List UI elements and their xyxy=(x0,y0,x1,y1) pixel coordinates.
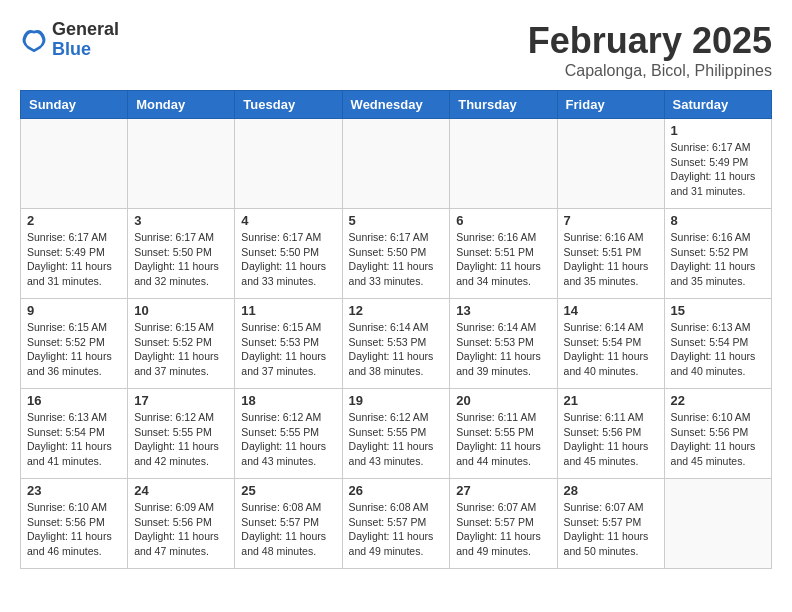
day-info: Sunrise: 6:12 AM Sunset: 5:55 PM Dayligh… xyxy=(134,410,228,469)
calendar-cell xyxy=(664,479,771,569)
day-number: 17 xyxy=(134,393,228,408)
subtitle: Capalonga, Bicol, Philippines xyxy=(528,62,772,80)
calendar-header-wednesday: Wednesday xyxy=(342,91,450,119)
day-number: 9 xyxy=(27,303,121,318)
day-number: 23 xyxy=(27,483,121,498)
day-info: Sunrise: 6:17 AM Sunset: 5:49 PM Dayligh… xyxy=(27,230,121,289)
calendar-cell: 18Sunrise: 6:12 AM Sunset: 5:55 PM Dayli… xyxy=(235,389,342,479)
day-number: 25 xyxy=(241,483,335,498)
calendar-cell: 20Sunrise: 6:11 AM Sunset: 5:55 PM Dayli… xyxy=(450,389,557,479)
day-info: Sunrise: 6:11 AM Sunset: 5:55 PM Dayligh… xyxy=(456,410,550,469)
day-number: 24 xyxy=(134,483,228,498)
calendar-cell: 22Sunrise: 6:10 AM Sunset: 5:56 PM Dayli… xyxy=(664,389,771,479)
day-number: 3 xyxy=(134,213,228,228)
day-number: 16 xyxy=(27,393,121,408)
calendar-cell: 11Sunrise: 6:15 AM Sunset: 5:53 PM Dayli… xyxy=(235,299,342,389)
calendar-cell: 8Sunrise: 6:16 AM Sunset: 5:52 PM Daylig… xyxy=(664,209,771,299)
day-info: Sunrise: 6:17 AM Sunset: 5:50 PM Dayligh… xyxy=(241,230,335,289)
day-info: Sunrise: 6:16 AM Sunset: 5:52 PM Dayligh… xyxy=(671,230,765,289)
logo-blue: Blue xyxy=(52,40,119,60)
day-info: Sunrise: 6:13 AM Sunset: 5:54 PM Dayligh… xyxy=(27,410,121,469)
day-info: Sunrise: 6:14 AM Sunset: 5:53 PM Dayligh… xyxy=(349,320,444,379)
day-number: 22 xyxy=(671,393,765,408)
day-number: 28 xyxy=(564,483,658,498)
logo-text: General Blue xyxy=(52,20,119,60)
calendar-week-3: 9Sunrise: 6:15 AM Sunset: 5:52 PM Daylig… xyxy=(21,299,772,389)
calendar-cell: 28Sunrise: 6:07 AM Sunset: 5:57 PM Dayli… xyxy=(557,479,664,569)
day-number: 8 xyxy=(671,213,765,228)
calendar-week-1: 1Sunrise: 6:17 AM Sunset: 5:49 PM Daylig… xyxy=(21,119,772,209)
day-info: Sunrise: 6:16 AM Sunset: 5:51 PM Dayligh… xyxy=(564,230,658,289)
day-number: 14 xyxy=(564,303,658,318)
day-info: Sunrise: 6:10 AM Sunset: 5:56 PM Dayligh… xyxy=(27,500,121,559)
day-number: 11 xyxy=(241,303,335,318)
calendar-cell: 9Sunrise: 6:15 AM Sunset: 5:52 PM Daylig… xyxy=(21,299,128,389)
calendar-cell: 21Sunrise: 6:11 AM Sunset: 5:56 PM Dayli… xyxy=(557,389,664,479)
day-info: Sunrise: 6:08 AM Sunset: 5:57 PM Dayligh… xyxy=(241,500,335,559)
calendar-cell xyxy=(557,119,664,209)
calendar-header-friday: Friday xyxy=(557,91,664,119)
calendar-cell: 17Sunrise: 6:12 AM Sunset: 5:55 PM Dayli… xyxy=(128,389,235,479)
day-number: 2 xyxy=(27,213,121,228)
day-info: Sunrise: 6:14 AM Sunset: 5:53 PM Dayligh… xyxy=(456,320,550,379)
calendar-cell: 1Sunrise: 6:17 AM Sunset: 5:49 PM Daylig… xyxy=(664,119,771,209)
calendar-cell: 12Sunrise: 6:14 AM Sunset: 5:53 PM Dayli… xyxy=(342,299,450,389)
day-info: Sunrise: 6:12 AM Sunset: 5:55 PM Dayligh… xyxy=(349,410,444,469)
calendar-cell: 6Sunrise: 6:16 AM Sunset: 5:51 PM Daylig… xyxy=(450,209,557,299)
calendar-cell xyxy=(342,119,450,209)
calendar-cell: 19Sunrise: 6:12 AM Sunset: 5:55 PM Dayli… xyxy=(342,389,450,479)
day-number: 10 xyxy=(134,303,228,318)
calendar-week-2: 2Sunrise: 6:17 AM Sunset: 5:49 PM Daylig… xyxy=(21,209,772,299)
day-info: Sunrise: 6:11 AM Sunset: 5:56 PM Dayligh… xyxy=(564,410,658,469)
title-section: February 2025 Capalonga, Bicol, Philippi… xyxy=(528,20,772,80)
calendar-cell: 25Sunrise: 6:08 AM Sunset: 5:57 PM Dayli… xyxy=(235,479,342,569)
header: General Blue February 2025 Capalonga, Bi… xyxy=(20,20,772,80)
calendar-header-tuesday: Tuesday xyxy=(235,91,342,119)
day-info: Sunrise: 6:09 AM Sunset: 5:56 PM Dayligh… xyxy=(134,500,228,559)
day-number: 1 xyxy=(671,123,765,138)
calendar: SundayMondayTuesdayWednesdayThursdayFrid… xyxy=(20,90,772,569)
day-info: Sunrise: 6:12 AM Sunset: 5:55 PM Dayligh… xyxy=(241,410,335,469)
day-number: 7 xyxy=(564,213,658,228)
day-info: Sunrise: 6:15 AM Sunset: 5:52 PM Dayligh… xyxy=(27,320,121,379)
day-number: 18 xyxy=(241,393,335,408)
day-number: 27 xyxy=(456,483,550,498)
day-info: Sunrise: 6:16 AM Sunset: 5:51 PM Dayligh… xyxy=(456,230,550,289)
calendar-cell: 26Sunrise: 6:08 AM Sunset: 5:57 PM Dayli… xyxy=(342,479,450,569)
calendar-cell: 23Sunrise: 6:10 AM Sunset: 5:56 PM Dayli… xyxy=(21,479,128,569)
day-number: 20 xyxy=(456,393,550,408)
calendar-cell: 3Sunrise: 6:17 AM Sunset: 5:50 PM Daylig… xyxy=(128,209,235,299)
calendar-cell: 5Sunrise: 6:17 AM Sunset: 5:50 PM Daylig… xyxy=(342,209,450,299)
day-info: Sunrise: 6:17 AM Sunset: 5:49 PM Dayligh… xyxy=(671,140,765,199)
calendar-header-monday: Monday xyxy=(128,91,235,119)
calendar-cell: 13Sunrise: 6:14 AM Sunset: 5:53 PM Dayli… xyxy=(450,299,557,389)
day-info: Sunrise: 6:15 AM Sunset: 5:52 PM Dayligh… xyxy=(134,320,228,379)
day-info: Sunrise: 6:07 AM Sunset: 5:57 PM Dayligh… xyxy=(564,500,658,559)
calendar-week-5: 23Sunrise: 6:10 AM Sunset: 5:56 PM Dayli… xyxy=(21,479,772,569)
day-number: 4 xyxy=(241,213,335,228)
calendar-cell: 24Sunrise: 6:09 AM Sunset: 5:56 PM Dayli… xyxy=(128,479,235,569)
calendar-cell: 14Sunrise: 6:14 AM Sunset: 5:54 PM Dayli… xyxy=(557,299,664,389)
calendar-week-4: 16Sunrise: 6:13 AM Sunset: 5:54 PM Dayli… xyxy=(21,389,772,479)
calendar-cell xyxy=(21,119,128,209)
day-number: 26 xyxy=(349,483,444,498)
day-number: 13 xyxy=(456,303,550,318)
day-number: 6 xyxy=(456,213,550,228)
calendar-header-thursday: Thursday xyxy=(450,91,557,119)
day-info: Sunrise: 6:17 AM Sunset: 5:50 PM Dayligh… xyxy=(349,230,444,289)
day-info: Sunrise: 6:15 AM Sunset: 5:53 PM Dayligh… xyxy=(241,320,335,379)
calendar-cell: 7Sunrise: 6:16 AM Sunset: 5:51 PM Daylig… xyxy=(557,209,664,299)
day-info: Sunrise: 6:14 AM Sunset: 5:54 PM Dayligh… xyxy=(564,320,658,379)
page-title: February 2025 xyxy=(528,20,772,62)
day-info: Sunrise: 6:08 AM Sunset: 5:57 PM Dayligh… xyxy=(349,500,444,559)
calendar-header-row: SundayMondayTuesdayWednesdayThursdayFrid… xyxy=(21,91,772,119)
calendar-cell: 15Sunrise: 6:13 AM Sunset: 5:54 PM Dayli… xyxy=(664,299,771,389)
logo-general: General xyxy=(52,20,119,40)
calendar-cell xyxy=(450,119,557,209)
calendar-header-saturday: Saturday xyxy=(664,91,771,119)
calendar-cell: 4Sunrise: 6:17 AM Sunset: 5:50 PM Daylig… xyxy=(235,209,342,299)
day-number: 21 xyxy=(564,393,658,408)
calendar-cell: 27Sunrise: 6:07 AM Sunset: 5:57 PM Dayli… xyxy=(450,479,557,569)
logo: General Blue xyxy=(20,20,119,60)
day-info: Sunrise: 6:07 AM Sunset: 5:57 PM Dayligh… xyxy=(456,500,550,559)
